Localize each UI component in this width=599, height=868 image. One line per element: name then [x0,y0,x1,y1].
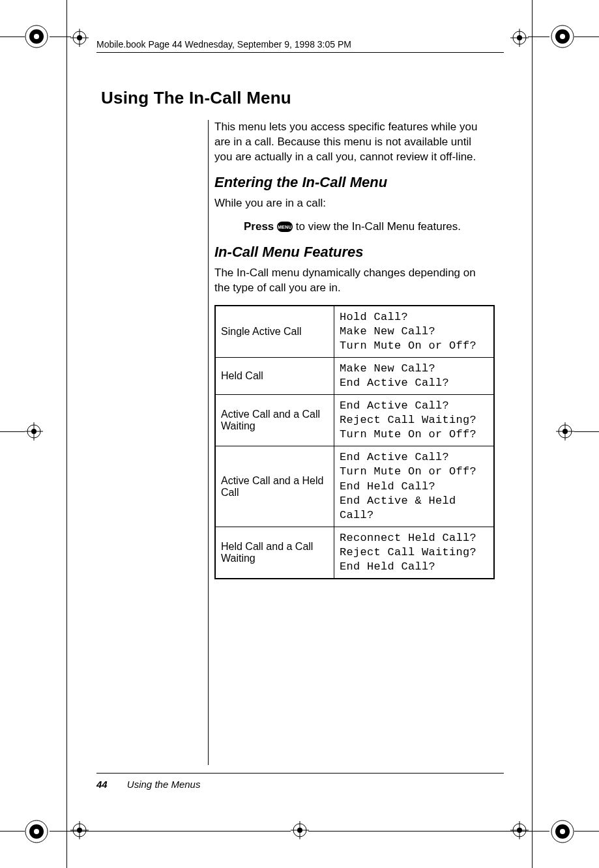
table-cell-state: Single Active Call [215,306,334,358]
crop-line [574,431,599,432]
ornament-bottom-right [551,820,574,843]
crop-line [66,0,67,868]
crop-line [308,831,549,832]
reg-mark-icon [25,422,43,441]
page-title: Using The In-Call Menu [101,88,505,108]
table-row: Active Call and a Call WaitingEnd Active… [215,395,494,446]
reg-mark-icon [70,821,89,839]
section-heading-entering: Entering the In-Call Menu [214,174,488,191]
svg-point-23 [31,429,37,434]
crop-line [0,831,25,832]
footer-rule [96,773,504,774]
svg-point-11 [560,829,565,834]
table-row: Single Active CallHold Call?Make New Cal… [215,306,494,358]
svg-point-27 [562,429,568,434]
svg-point-39 [297,828,302,833]
svg-point-2 [34,34,39,39]
page-content: Using The In-Call Menu This menu lets yo… [101,88,505,579]
reg-mark-icon [556,422,574,441]
crop-line [50,831,291,832]
table-cell-state: Active Call and a Call Waiting [215,395,334,446]
crop-line [532,0,533,868]
doc-header-text: Mobile.book Page 44 Wednesday, September… [96,39,351,50]
intro-paragraph: This menu lets you access specific featu… [214,120,488,165]
section-heading-features: In-Call Menu Features [214,244,488,261]
table-cell-state: Held Call and a Call Waiting [215,527,334,579]
table-row: Held Call and a Call WaitingReconnect He… [215,527,494,579]
table-cell-options: End Active Call?Reject Call Waiting?Turn… [334,395,495,446]
table-row: Held CallMake New Call?End Active Call? [215,357,494,394]
press-instruction: Press MENU to view the In-Call Menu feat… [244,220,488,233]
footer-section: Using the Menus [127,779,201,790]
svg-point-5 [560,34,565,39]
features-table: Single Active CallHold Call?Make New Cal… [214,305,495,580]
svg-point-31 [77,828,82,833]
table-row: Active Call and a Held CallEnd Active Ca… [215,446,494,527]
entering-line1: While you are in a call: [214,196,488,211]
ornament-top-right [551,25,574,48]
table-cell-state: Active Call and a Held Call [215,446,334,527]
press-word: Press [244,220,274,233]
table-cell-options: Make New Call?End Active Call? [334,357,495,394]
page-number: 44 [96,779,108,790]
crop-line [0,36,25,37]
crop-line [50,36,71,37]
svg-point-8 [34,829,39,834]
table-cell-options: End Active Call?Turn Mute On or Off?End … [334,446,495,527]
table-cell-options: Hold Call?Make New Call?Turn Mute On or … [334,306,495,358]
crop-line [574,36,599,37]
crop-line [528,36,549,37]
reg-mark-icon [70,29,89,47]
features-intro: The In-Call menu dynamically changes dep… [214,266,488,296]
menu-button-icon: MENU [277,222,293,232]
svg-point-15 [77,35,82,40]
ornament-top-left [25,25,48,48]
doc-header-rule [96,52,504,53]
crop-line [0,431,25,432]
ornament-bottom-left [25,820,48,843]
svg-point-35 [517,828,522,833]
crop-line [574,831,599,832]
press-tail: to view the In-Call Menu features. [296,220,461,233]
reg-mark-icon [291,821,309,839]
reg-mark-icon [510,821,529,839]
table-cell-options: Reconnect Held Call?Reject Call Waiting?… [334,527,495,579]
reg-mark-icon [510,29,529,47]
svg-point-19 [517,35,522,40]
page-footer: 44 Using the Menus [96,779,200,790]
table-cell-state: Held Call [215,357,334,394]
